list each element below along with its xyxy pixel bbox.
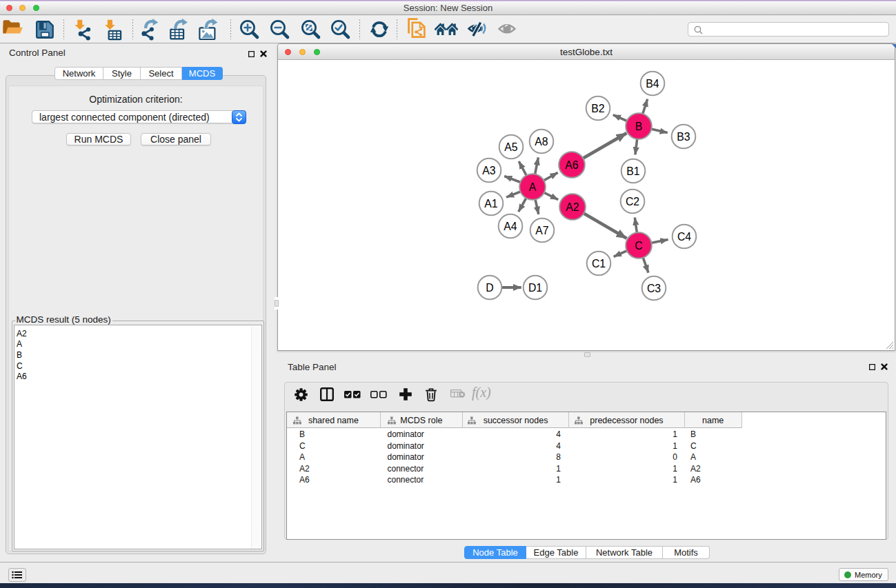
svg-text:A4: A4	[504, 221, 517, 232]
svg-text:B: B	[635, 121, 643, 132]
svg-text:C4: C4	[677, 231, 691, 243]
svg-text:B1: B1	[626, 165, 640, 177]
svg-text:A: A	[529, 181, 537, 193]
svg-text:C: C	[635, 240, 642, 252]
svg-text:A7: A7	[535, 225, 548, 236]
svg-text:A2: A2	[566, 201, 579, 213]
svg-text:A8: A8	[535, 136, 548, 148]
svg-text:A6: A6	[565, 159, 579, 171]
svg-text:A3: A3	[482, 165, 496, 176]
svg-text:C2: C2	[626, 196, 639, 207]
svg-text:B4: B4	[646, 78, 659, 90]
svg-text:C1: C1	[592, 258, 606, 270]
svg-text:C3: C3	[647, 283, 661, 294]
svg-text:B3: B3	[677, 131, 690, 143]
svg-text:D1: D1	[528, 282, 542, 294]
svg-text:A1: A1	[484, 198, 498, 210]
svg-text:A5: A5	[504, 141, 518, 153]
svg-text:D: D	[486, 282, 493, 294]
svg-text:B2: B2	[591, 103, 604, 114]
